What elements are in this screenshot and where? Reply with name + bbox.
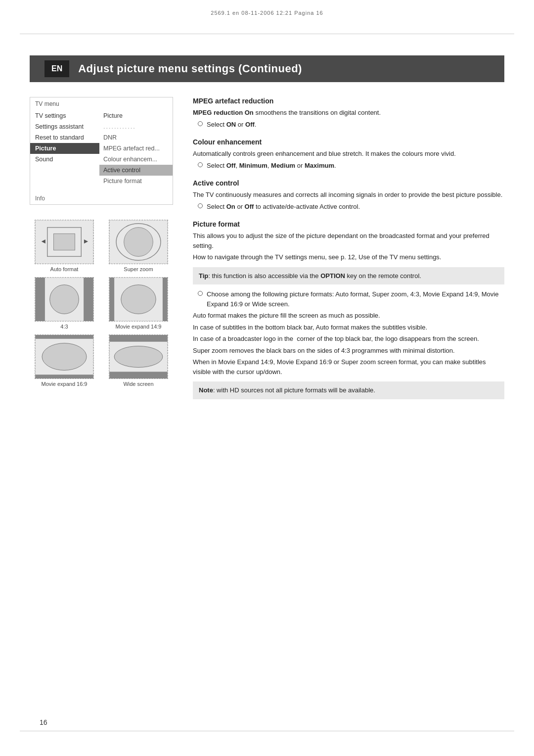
main-content: TV menu TV settings Picture Settings ass… [30,97,504,404]
colour-bullet-text: Select Off, Minimum, Medium or Maximum. [207,161,336,171]
pic-format-item-auto: ◄ ► Auto format [30,220,99,272]
tv-menu-row-tvsettings: TV settings Picture [30,110,173,121]
tv-menu-right-picture: Picture [99,110,173,121]
bottom-divider [20,731,514,731]
tip-box: Tip: this function is also accessible vi… [193,267,504,285]
pic-format-label-149: Movie expand 14:9 [116,324,162,330]
svg-rect-4 [53,234,75,250]
tv-menu-row-active: Active control [30,165,173,176]
tv-menu-row-picformat: Picture format [30,176,173,187]
tv-menu-info: Info [30,192,173,204]
tv-menu-left-sound: Sound [30,154,99,165]
pic-format-item-43: 4:3 [30,277,99,330]
colour-heading: Colour enhancement [193,138,504,146]
pic-format-item-169: Movie expand 16:9 [30,334,99,387]
svg-text:►: ► [83,237,89,245]
svg-rect-18 [35,375,93,378]
pic-format-item-super: Super zoom [104,220,173,272]
tv-menu-right-dotted: ............ [99,121,173,132]
pic-format-label-wide: Wide screen [123,381,153,387]
pic-format-img-149 [109,277,168,322]
page-number: 16 [40,718,47,726]
pic-format-item-149: Movie expand 14:9 [104,277,173,330]
tv-menu-left-picture: Picture [30,143,99,154]
tv-menu-right-picformat: Picture format [99,176,173,187]
picformat-body1: This allows you to adjust the size of th… [193,231,504,250]
pic-format-img-wide [109,334,168,379]
tv-menu-right-active: Active control [99,165,173,176]
note-box: Note: with HD sources not all picture fo… [193,381,504,399]
picformat-body2: How to navigate through the TV settings … [193,252,504,262]
picformat-body3: Auto format makes the picture fill the s… [193,311,504,321]
svg-rect-17 [35,335,93,339]
pic-format-label-super: Super zoom [124,266,153,272]
page-title: Adjust picture menu settings (Continued) [78,62,302,75]
tv-menu-left-picformat [30,179,99,183]
tv-menu-left-tvsettings: TV settings [30,110,99,121]
mpeg-bullet: Select ON or Off. [198,120,504,130]
bullet-icon-3 [198,203,203,208]
pic-format-label-43: 4:3 [60,324,68,330]
pic-format-item-wide: Wide screen [104,334,173,387]
svg-rect-9 [35,278,45,321]
tv-menu-box: TV menu TV settings Picture Settings ass… [30,97,173,205]
picformat-body6: Super zoom removes the black bars on the… [193,346,504,356]
pic-format-img-169 [35,334,94,379]
header-bar: EN Adjust picture menu settings (Continu… [30,55,504,82]
picformat-bullet-text: Choose among the following picture forma… [207,289,504,309]
tv-menu-row-settings: Settings assistant ............ [30,121,173,132]
svg-point-7 [124,228,153,257]
left-column: TV menu TV settings Picture Settings ass… [30,97,173,404]
tv-menu-row-reset: Reset to standard DNR [30,132,173,143]
svg-point-19 [42,343,87,371]
active-bullet: Select On or Off to activate/de-activate… [198,202,504,212]
tv-menu-right-colour: Colour enhancem... [99,154,173,165]
active-heading: Active control [193,179,504,187]
colour-bullet: Select Off, Minimum, Medium or Maximum. [198,161,504,171]
colour-body: Automatically controls green enhancement… [193,149,504,159]
tv-menu-row-sound: Sound Colour enhancem... [30,154,173,165]
tv-menu-left-active [30,168,99,172]
picformat-heading: Picture format [193,220,504,228]
pic-format-label-auto: Auto format [50,266,79,272]
picformat-body7: When in Movie Expand 14:9, Movie Expand … [193,357,504,377]
tv-menu-row-picture: Picture MPEG artefact red... [30,143,173,154]
pic-format-img-super [109,220,168,264]
tv-menu-right-dnr: DNR [99,132,173,143]
tv-menu-left-settings: Settings assistant [30,121,99,132]
svg-rect-13 [109,278,114,321]
mpeg-heading: MPEG artefact reduction [193,97,504,105]
active-bullet-text: Select On or Off to activate/de-activate… [207,202,360,212]
picformat-body5: In case of a broadcaster logo in the cor… [193,334,504,344]
pic-format-img-auto: ◄ ► [35,220,94,264]
active-body: The TV continuously measures and correct… [193,190,504,200]
picformat-body4: In case of subtitles in the bottom black… [193,323,504,332]
svg-point-23 [114,346,163,367]
svg-text:◄: ◄ [40,237,47,245]
mpeg-bullet-text: Select ON or Off. [207,120,256,130]
svg-point-11 [50,285,79,314]
lang-badge: EN [44,60,69,77]
pic-format-img-43 [35,277,94,322]
tv-menu-right-mpeg: MPEG artefact red... [99,143,173,154]
svg-rect-10 [84,278,93,321]
mpeg-body: MPEG reduction On smoothens the transiti… [193,108,504,118]
bullet-icon-4 [198,291,203,296]
picture-format-grid: ◄ ► Auto format [30,220,173,387]
svg-point-15 [121,285,156,314]
svg-rect-22 [109,372,167,378]
tv-menu-left-reset: Reset to standard [30,132,99,143]
picformat-bullet: Choose among the following picture forma… [198,289,504,309]
svg-rect-21 [109,335,167,342]
bullet-icon-2 [198,162,203,167]
meta-line: 2569.1 en 08-11-2006 12:21 Pagina 16 [0,10,534,16]
tv-menu-label: TV menu [30,97,173,110]
right-column: MPEG artefact reduction MPEG reduction O… [193,97,504,404]
bullet-icon [198,121,203,126]
top-divider [20,34,514,34]
pic-format-label-169: Movie expand 16:9 [42,381,88,387]
svg-rect-14 [163,278,168,321]
